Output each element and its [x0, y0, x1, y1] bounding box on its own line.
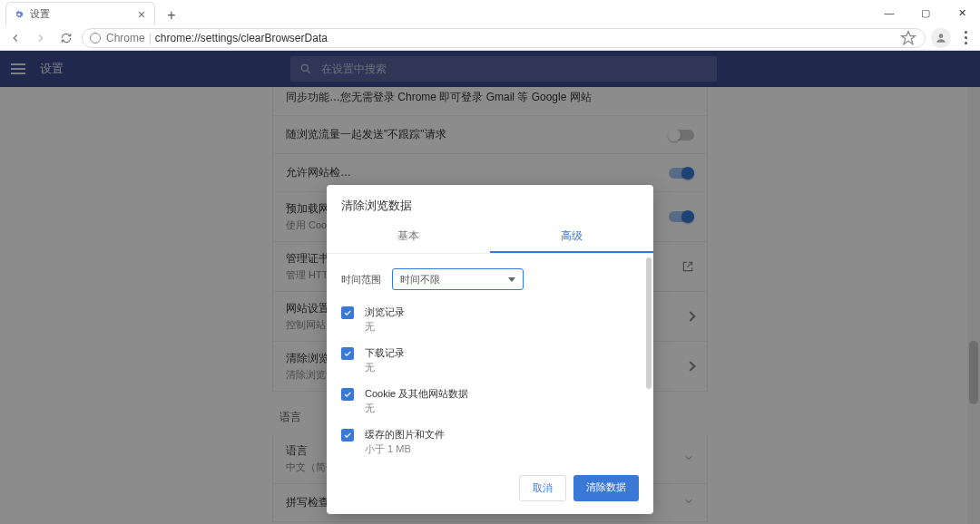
dialog-scrollbar[interactable]: [646, 257, 652, 459]
clear-data-button[interactable]: 清除数据: [573, 475, 639, 501]
info-icon: [90, 33, 101, 44]
time-range-label: 时间范围: [341, 273, 385, 286]
maximize-button[interactable]: ▢: [907, 2, 944, 25]
checkbox[interactable]: [341, 388, 354, 401]
svg-point-0: [939, 34, 944, 38]
cancel-button[interactable]: 取消: [519, 475, 566, 501]
checkbox[interactable]: [341, 429, 354, 442]
checkbox[interactable]: [341, 347, 354, 360]
omnibox[interactable]: Chrome | chrome://settings/clearBrowserD…: [82, 28, 926, 48]
minimize-button[interactable]: —: [871, 2, 907, 25]
omnibox-url: chrome://settings/clearBrowserData: [155, 32, 328, 44]
checkbox-row: 浏览记录无: [341, 299, 639, 340]
time-range-select[interactable]: 时间不限: [392, 268, 524, 290]
kebab-menu-button[interactable]: [956, 31, 975, 44]
tab-title: 设置: [30, 7, 136, 21]
window-close-button[interactable]: ✕: [944, 2, 980, 25]
omnibox-prefix: Chrome: [106, 32, 145, 44]
clear-data-dialog: 清除浏览数据 基本 高级 时间范围 时间不限 浏览记录无下载记录无Cookie …: [327, 185, 653, 514]
dialog-title: 清除浏览数据: [327, 185, 653, 221]
checkbox-row: Cookie 及其他网站数据无: [341, 381, 639, 422]
close-icon[interactable]: ×: [136, 9, 147, 20]
checkbox-row: 下载记录无: [341, 340, 639, 381]
checkbox[interactable]: [341, 306, 354, 319]
bookmark-icon[interactable]: [899, 29, 917, 47]
profile-button[interactable]: [931, 28, 951, 48]
back-button[interactable]: [5, 28, 25, 48]
chevron-down-icon: [508, 277, 515, 282]
checkbox-row: 缓存的图片和文件小于 1 MB: [341, 422, 639, 462]
browser-tab[interactable]: 设置 ×: [5, 2, 155, 25]
new-tab-button[interactable]: +: [162, 7, 181, 25]
gear-icon: [14, 9, 24, 20]
tab-advanced[interactable]: 高级: [490, 221, 653, 253]
tab-basic[interactable]: 基本: [327, 221, 490, 253]
forward-button[interactable]: [31, 28, 51, 48]
reload-button[interactable]: [56, 28, 76, 48]
